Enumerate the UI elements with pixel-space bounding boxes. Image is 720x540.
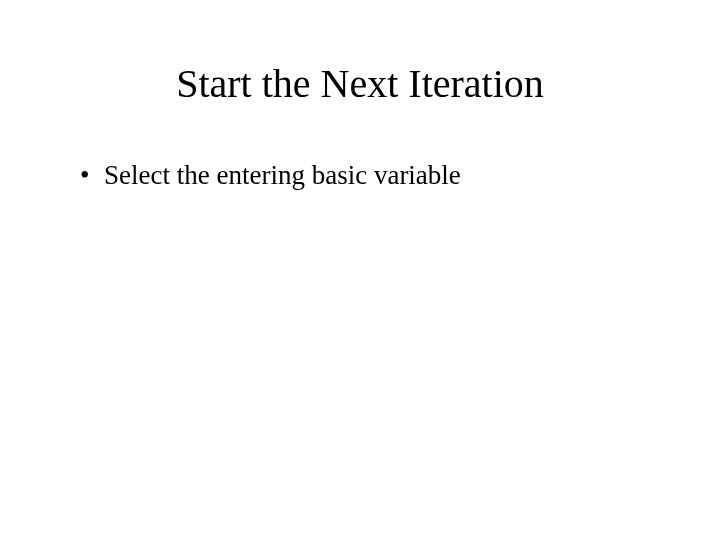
slide-title: Start the Next Iteration — [60, 60, 660, 107]
bullet-item: Select the entering basic variable — [80, 157, 660, 195]
slide-container: Start the Next Iteration Select the ente… — [0, 0, 720, 540]
bullet-list: Select the entering basic variable — [60, 157, 660, 195]
